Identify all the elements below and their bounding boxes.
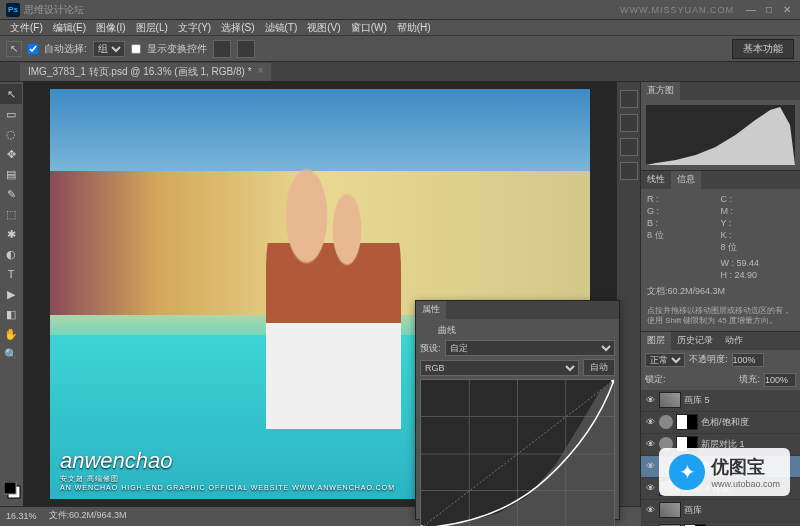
type-tool[interactable]: T bbox=[0, 264, 22, 284]
histogram-tab[interactable]: 直方图 bbox=[641, 82, 680, 100]
channel-dropdown[interactable]: RGB bbox=[420, 360, 579, 376]
workspace-button[interactable]: 基本功能 bbox=[732, 39, 794, 59]
lock-label: 锁定: bbox=[645, 373, 666, 387]
layer-row[interactable]: 👁色相/饱和度 bbox=[641, 412, 800, 434]
actions-tab[interactable]: 动作 bbox=[719, 332, 749, 350]
svg-rect-1 bbox=[4, 482, 16, 494]
site-url: WWW.MISSYUAN.COM bbox=[620, 5, 734, 15]
image-watermark: anwenchao 安文超 高端修图 AN WENCHAO HIGH-END G… bbox=[60, 448, 395, 491]
layer-row[interactable]: 👁图层 3 bbox=[641, 522, 800, 526]
titlebar: Ps 思维设计论坛 WWW.MISSYUAN.COM — □ ✕ bbox=[0, 0, 800, 20]
move-tool[interactable]: ↖ bbox=[0, 84, 22, 104]
panel-icon-1[interactable] bbox=[620, 90, 638, 108]
blend-mode-dropdown[interactable]: 正常 bbox=[645, 353, 685, 367]
visibility-icon[interactable]: 👁 bbox=[644, 461, 656, 471]
layer-thumb bbox=[659, 392, 681, 408]
fill-label: 填充: bbox=[739, 373, 760, 387]
align-icon[interactable] bbox=[213, 40, 231, 58]
ps-logo-icon: Ps bbox=[6, 3, 20, 17]
menu-edit[interactable]: 编辑(E) bbox=[49, 21, 90, 35]
visibility-icon[interactable]: 👁 bbox=[644, 483, 656, 493]
menu-view[interactable]: 视图(V) bbox=[303, 21, 344, 35]
fill-input[interactable] bbox=[764, 373, 796, 387]
preset-label: 预设: bbox=[420, 342, 441, 355]
menu-filter[interactable]: 滤镜(T) bbox=[261, 21, 302, 35]
options-bar: ↖ 自动选择: 组 显示变换控件 基本功能 bbox=[0, 36, 800, 62]
layers-panel: 图层 历史记录 动作 正常 不透明度: 锁定: 填充: 👁画库 5 👁色相/饱和… bbox=[641, 332, 800, 526]
document-tab-title: IMG_3783_1 转页.psd @ 16.3% (画线 1, RGB/8) … bbox=[28, 65, 252, 79]
layer-thumb bbox=[659, 502, 681, 518]
current-tool-icon[interactable]: ↖ bbox=[6, 41, 22, 57]
heal-tool[interactable]: ⬚ bbox=[0, 204, 22, 224]
document-tab[interactable]: IMG_3783_1 转页.psd @ 16.3% (画线 1, RGB/8) … bbox=[20, 63, 271, 81]
curves-type-icon bbox=[420, 323, 434, 337]
doc-size-info: 文档:60.2M/964.3M bbox=[647, 285, 794, 298]
panel-icon-2[interactable] bbox=[620, 114, 638, 132]
right-panels: 直方图 线性 信息 R :G :B :8 位 C :M :Y :K :8 位 W… bbox=[640, 82, 800, 506]
visibility-icon[interactable]: 👁 bbox=[644, 395, 656, 405]
adj-type-label: 曲线 bbox=[438, 324, 456, 337]
minimize-button[interactable]: — bbox=[744, 4, 758, 15]
visibility-icon[interactable]: 👁 bbox=[644, 417, 656, 427]
properties-panel[interactable]: 属性 曲线 预设:自定 RGB自动 bbox=[415, 300, 620, 520]
color-swatch[interactable] bbox=[0, 478, 23, 506]
maximize-button[interactable]: □ bbox=[762, 4, 776, 15]
wand-tool[interactable]: ✥ bbox=[0, 144, 22, 164]
auto-select-label: 自动选择: bbox=[44, 42, 87, 56]
tool-hint: 点按并拖移以移动图层或移动选区的有，使用 Shift 键限制为 45 度增量方向… bbox=[641, 302, 800, 331]
auto-select-dropdown[interactable]: 组 bbox=[93, 41, 125, 57]
eyedropper-tool[interactable]: ✎ bbox=[0, 184, 22, 204]
histogram-graph bbox=[646, 105, 795, 165]
brush-tool[interactable]: ✱ bbox=[0, 224, 22, 244]
visibility-icon[interactable]: 👁 bbox=[644, 439, 656, 449]
zoom-tool[interactable]: 🔍 bbox=[0, 344, 22, 364]
curves-graph[interactable] bbox=[420, 379, 615, 526]
menu-type[interactable]: 文字(Y) bbox=[174, 21, 215, 35]
stamp-tool[interactable]: ◐ bbox=[0, 244, 22, 264]
document-tabbar: IMG_3783_1 转页.psd @ 16.3% (画线 1, RGB/8) … bbox=[0, 62, 800, 82]
hand-tool[interactable]: ✋ bbox=[0, 324, 22, 344]
panel-icon-3[interactable] bbox=[620, 138, 638, 156]
auto-button[interactable]: 自动 bbox=[583, 359, 615, 376]
adjustment-icon bbox=[659, 415, 673, 429]
app-title: 思维设计论坛 bbox=[24, 3, 620, 17]
lasso-tool[interactable]: ◌ bbox=[0, 124, 22, 144]
menu-layer[interactable]: 图层(L) bbox=[132, 21, 172, 35]
history-tab[interactable]: 历史记录 bbox=[671, 332, 719, 350]
transform-label: 显示变换控件 bbox=[147, 42, 207, 56]
marquee-tool[interactable]: ▭ bbox=[0, 104, 22, 124]
opacity-label: 不透明度: bbox=[689, 353, 728, 367]
close-tab-icon[interactable]: × bbox=[258, 65, 264, 79]
menu-help[interactable]: 帮助(H) bbox=[393, 21, 435, 35]
toolbox: ↖ ▭ ◌ ✥ ▤ ✎ ⬚ ✱ ◐ T ▶ ◧ ✋ 🔍 bbox=[0, 82, 24, 506]
menu-image[interactable]: 图像(I) bbox=[92, 21, 129, 35]
shape-tool[interactable]: ◧ bbox=[0, 304, 22, 324]
doc-size: 文件:60.2M/964.3M bbox=[49, 509, 127, 522]
properties-tab[interactable]: 属性 bbox=[416, 301, 446, 319]
close-button[interactable]: ✕ bbox=[780, 4, 794, 15]
nav-tab[interactable]: 线性 bbox=[641, 171, 671, 189]
site-watermark: ✦ 优图宝www.utobao.com bbox=[659, 448, 790, 496]
menubar: 文件(F) 编辑(E) 图像(I) 图层(L) 文字(Y) 选择(S) 滤镜(T… bbox=[0, 20, 800, 36]
layer-mask bbox=[676, 414, 698, 430]
path-tool[interactable]: ▶ bbox=[0, 284, 22, 304]
preset-dropdown[interactable]: 自定 bbox=[445, 340, 615, 356]
layer-row[interactable]: 👁画库 bbox=[641, 500, 800, 522]
histogram-panel: 直方图 bbox=[641, 82, 800, 171]
info-tab[interactable]: 信息 bbox=[671, 171, 701, 189]
auto-select-checkbox[interactable] bbox=[28, 44, 38, 54]
crop-tool[interactable]: ▤ bbox=[0, 164, 22, 184]
zoom-level[interactable]: 16.31% bbox=[6, 511, 37, 521]
bird-icon: ✦ bbox=[669, 454, 705, 490]
layer-row[interactable]: 👁画库 5 bbox=[641, 390, 800, 412]
info-panel: 线性 信息 R :G :B :8 位 C :M :Y :K :8 位 W : 5… bbox=[641, 171, 800, 332]
layers-tab[interactable]: 图层 bbox=[641, 332, 671, 350]
menu-file[interactable]: 文件(F) bbox=[6, 21, 47, 35]
menu-window[interactable]: 窗口(W) bbox=[347, 21, 391, 35]
transform-checkbox[interactable] bbox=[131, 44, 141, 54]
opacity-input[interactable] bbox=[732, 353, 764, 367]
align-icon-2[interactable] bbox=[237, 40, 255, 58]
menu-select[interactable]: 选择(S) bbox=[217, 21, 258, 35]
panel-icon-4[interactable] bbox=[620, 162, 638, 180]
visibility-icon[interactable]: 👁 bbox=[644, 505, 656, 515]
